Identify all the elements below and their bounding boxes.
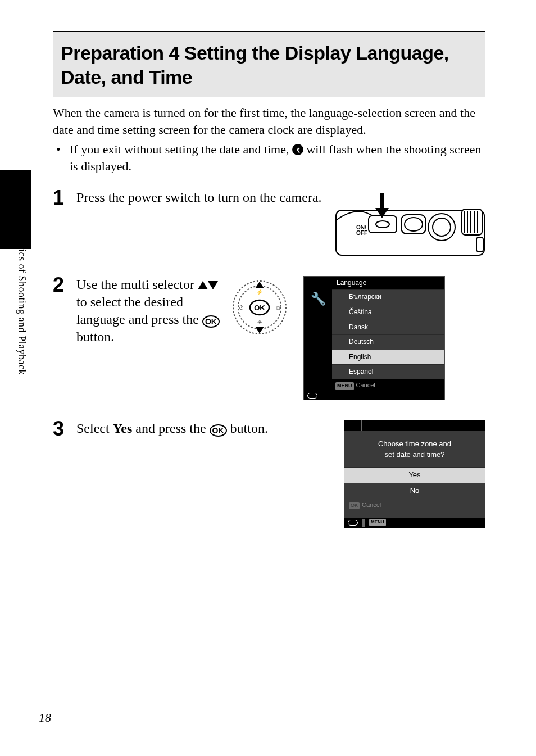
step-number: 3 [53, 419, 76, 439]
language-menu-screenshot: 🔧 Language Български Čeština Dansk Deuts… [303, 276, 445, 400]
multi-selector-illustration: OK ⚡ ❀ ⏱ ⧉ [231, 279, 288, 336]
ok-button-icon: OK [202, 315, 220, 328]
step-2: 2 Use the multi selector to select the d… [53, 275, 485, 400]
divider [53, 269, 485, 269]
svg-point-13 [433, 218, 451, 236]
note-bullet: • If you exit without setting the date a… [53, 141, 485, 174]
menu-badge-icon: MENU [369, 519, 386, 526]
svg-text:❀: ❀ [257, 319, 262, 325]
step-1: 1 Press the power switch to turn on the … [53, 188, 485, 262]
language-list: Български Čeština Dansk Deutsch English … [332, 289, 444, 379]
svg-point-4 [405, 218, 423, 231]
ok-badge-icon: OK [349, 502, 360, 510]
step-3-text-post: button. [227, 421, 268, 436]
battery-icon [307, 393, 317, 399]
wrench-icon: 🔧 [311, 291, 326, 307]
page-content: Preparation 4 Setting the Display Langua… [53, 31, 485, 528]
screen-bottom-bar [304, 392, 444, 400]
up-arrow-icon [198, 281, 208, 289]
onoff-label: ON/OFF [356, 224, 367, 236]
clock-icon [292, 144, 303, 155]
step-3: 3 Select Yes and press the OK button. Ch… [53, 419, 485, 528]
step-number: 2 [53, 275, 76, 295]
camera-top-illustration: ON/OFF [335, 189, 485, 262]
language-item-selected[interactable]: English [332, 350, 444, 365]
step-3-yes: Yes [113, 421, 133, 436]
language-item[interactable]: Español [332, 364, 444, 379]
menu-sidebar: 🔧 [304, 277, 332, 392]
dialog-message: Choose time zone and set date and time? [344, 436, 485, 467]
language-cancel-hint: MENUCancel [332, 379, 444, 392]
step-2-text-pre: Use the multi selector [76, 277, 198, 292]
step-3-text-pre: Select [76, 421, 113, 436]
dialog-option-yes[interactable]: Yes [344, 467, 485, 483]
screen-bottom-bar: MENU [344, 518, 485, 528]
intro-paragraph: When the camera is turned on for the fir… [53, 105, 485, 138]
section-side-label: The Basics of Shooting and Playback [16, 214, 28, 375]
language-menu-title: Language [332, 277, 444, 290]
divider [53, 182, 485, 182]
dialog-option-no[interactable]: No [344, 483, 485, 499]
language-item[interactable]: Български [332, 289, 444, 305]
page-number: 18 [39, 710, 51, 725]
svg-point-2 [376, 221, 389, 228]
svg-rect-5 [462, 209, 482, 235]
bullet-text-pre: If you exit without setting the date and… [70, 142, 292, 156]
dialog-cancel-hint: OKCancel [344, 499, 485, 512]
dialog-top-bar [344, 420, 485, 431]
svg-text:⧉: ⧉ [276, 305, 280, 311]
svg-text:OK: OK [254, 304, 265, 312]
step-number: 1 [53, 188, 76, 208]
ok-button-icon: OK [210, 424, 227, 437]
language-item[interactable]: Čeština [332, 305, 444, 320]
step-3-text-mid: and press the [132, 421, 209, 436]
svg-text:⏱: ⏱ [239, 305, 244, 311]
step-2-text-mid: to select the desired language and press… [76, 295, 202, 327]
divider [53, 413, 485, 413]
language-item[interactable]: Dansk [332, 320, 444, 335]
step-2-text-post: button. [76, 329, 114, 344]
bullet-text: If you exit without setting the date and… [70, 141, 485, 174]
section-title: Preparation 4 Setting the Display Langua… [61, 41, 478, 89]
manual-page: The Basics of Shooting and Playback 18 P… [0, 0, 536, 756]
battery-icon [348, 520, 358, 526]
section-title-block: Preparation 4 Setting the Display Langua… [53, 31, 485, 97]
svg-text:⚡: ⚡ [256, 288, 264, 296]
step-1-text: Press the power switch to turn on the ca… [76, 190, 322, 205]
bullet-dot: • [53, 141, 70, 174]
confirm-dialog-screenshot: Choose time zone and set date and time? … [344, 420, 485, 528]
menu-badge-icon: MENU [335, 382, 354, 390]
svg-rect-11 [476, 237, 483, 252]
down-arrow-icon [208, 281, 218, 289]
language-item[interactable]: Deutsch [332, 334, 444, 350]
